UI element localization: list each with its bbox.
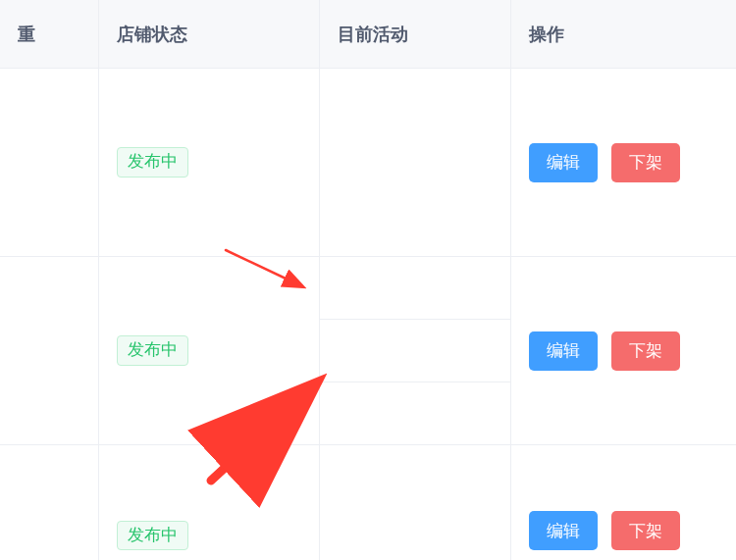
status-tag-published: 发布中	[117, 521, 188, 550]
edit-button[interactable]: 编辑	[529, 143, 598, 182]
column-weight: 重	[0, 0, 98, 560]
status-cell: 发布中	[99, 69, 319, 257]
remove-button[interactable]: 下架	[611, 331, 680, 371]
status-cell: 发布中	[99, 257, 319, 445]
activity-cell	[320, 445, 510, 560]
activity-slot	[320, 257, 510, 320]
data-table: 重 店铺状态 发布中 发布中 发布中 目前活动 操作	[0, 0, 736, 560]
column-activity: 目前活动	[319, 0, 510, 560]
activity-cell	[320, 69, 510, 257]
status-cell: 发布中	[99, 445, 319, 560]
status-tag-published: 发布中	[117, 335, 188, 365]
column-header-status[interactable]: 店铺状态	[99, 0, 319, 69]
edit-button[interactable]: 编辑	[529, 511, 598, 550]
remove-button[interactable]: 下架	[611, 511, 680, 550]
weight-cell	[0, 445, 98, 560]
weight-cell	[0, 257, 98, 445]
activity-slot	[320, 382, 510, 444]
activity-slot	[320, 320, 510, 382]
column-ops: 操作 编辑 下架 编辑 下架 编辑 下架	[510, 0, 736, 560]
column-header-activity[interactable]: 目前活动	[320, 0, 510, 69]
remove-button[interactable]: 下架	[611, 143, 680, 182]
status-tag-published: 发布中	[117, 147, 188, 177]
column-header-weight[interactable]: 重	[0, 0, 98, 69]
edit-button[interactable]: 编辑	[529, 331, 598, 371]
activity-cell	[320, 257, 510, 445]
ops-cell: 编辑 下架	[511, 69, 736, 257]
ops-cell: 编辑 下架	[511, 445, 736, 560]
weight-cell	[0, 69, 98, 257]
column-header-ops[interactable]: 操作	[511, 0, 736, 69]
column-status: 店铺状态 发布中 发布中 发布中	[98, 0, 319, 560]
ops-cell: 编辑 下架	[511, 257, 736, 445]
